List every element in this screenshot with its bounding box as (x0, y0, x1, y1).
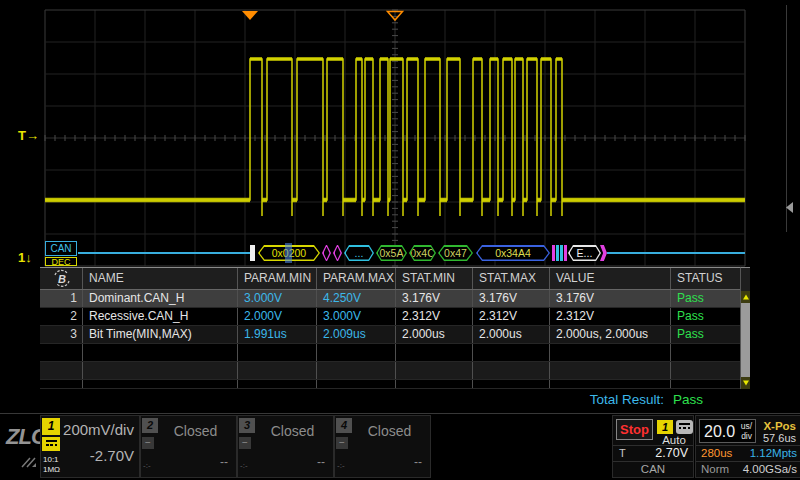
divider (696, 461, 800, 462)
table-icon-cell[interactable]: B (40, 268, 83, 289)
trigger-bus-type[interactable]: CAN (613, 463, 693, 475)
table-header-cell[interactable]: NAME (83, 268, 238, 289)
decode-field-value (324, 247, 330, 260)
table-header-row: B NAMEPARAM.MINPARAM.MAXSTAT.MINSTAT.MAX… (40, 268, 750, 290)
table-cell-empty (83, 362, 238, 379)
channel-4-badge: 4 (336, 418, 352, 433)
serial-bus-icon: B (51, 269, 73, 289)
table-cell-empty (317, 344, 396, 361)
timebase-scale-box[interactable]: 20.0 us/ div (699, 419, 756, 443)
down-arrow-icon (743, 381, 749, 386)
channel-1-box[interactable]: 1 10:1 1MΩ 200mV/div -2.70V (40, 415, 140, 478)
channel-2-badge: 2 (142, 418, 158, 433)
timebase-box[interactable]: 20.0 us/ div X-Pos 57.6us 280us 1.12Mpts… (695, 415, 800, 478)
decode-field-value: 0x4C (411, 247, 435, 260)
protocol-decode-row: 0x0200...0x5A0x4C0x470x34A4E... (0, 0, 800, 270)
acquire-window: 280us (701, 447, 732, 459)
table-empty-row (40, 380, 750, 389)
timebase-unit-bottom: div (741, 431, 752, 441)
channel-2-coupling-off-icon: − (142, 437, 154, 449)
table-cell-empty (473, 380, 550, 388)
dc-coupling-icon (42, 437, 60, 451)
table-cell-empty (550, 344, 671, 361)
table-empty-row (40, 362, 750, 380)
channel-4-coupling-off-icon: − (336, 437, 348, 449)
table-cell-name: Recessive.CAN_H (83, 308, 238, 325)
table-cell-empty (238, 380, 317, 388)
table-cell-empty (473, 344, 550, 361)
scrollbar-header-spacer (741, 268, 750, 291)
decode-frame-field (322, 245, 331, 261)
timebase-scale-value: 20.0 (704, 423, 735, 441)
trigger-coupling-dc-icon (676, 420, 693, 434)
trigger-level-value[interactable]: 2.70V (655, 446, 688, 460)
can-eof-field: E... (568, 245, 601, 261)
table-cell-empty (550, 380, 671, 388)
decode-field-value: 0x5A (378, 247, 406, 260)
can-data-byte: 0x47 (438, 245, 473, 261)
table-cell-empty (396, 344, 473, 361)
can-sof-marker (250, 245, 255, 261)
channel-2-box[interactable]: 2 − Closed -- -:- (140, 415, 237, 478)
trigger-status-box[interactable]: Stop 1 Auto T 2.70V CAN (612, 415, 694, 478)
channel-4-offset-dash: -- (414, 455, 422, 469)
trigger-source-badge: 1 (657, 420, 673, 434)
table-cell-stat_max: 2.312V (473, 308, 550, 325)
table-header-cell[interactable]: STATUS (671, 268, 740, 289)
decode-field-value: ... (346, 247, 373, 260)
table-cell-stat_max: 3.176V (473, 290, 550, 307)
trigger-level-t-label: T (619, 447, 626, 459)
probe-hatch-icon (20, 454, 42, 470)
channel-2-state: Closed (159, 423, 232, 439)
table-header-cell[interactable]: VALUE (550, 268, 671, 289)
decode-field-value (335, 247, 341, 260)
table-cell-param_max: 4.250V (317, 290, 396, 307)
scroll-down-button[interactable] (741, 377, 750, 389)
table-cell-empty (396, 380, 473, 388)
acquire-mode[interactable]: Norm (701, 463, 729, 475)
decode-field-value: 0x34A4 (478, 247, 549, 260)
table-cell-status: Pass (671, 326, 740, 343)
table-cell-empty (317, 380, 396, 388)
channel-3-offset-dash: -- (317, 455, 325, 469)
table-header-cell[interactable]: STAT.MAX (473, 268, 550, 289)
table-cell-empty (396, 362, 473, 379)
table-cell-status: Pass (671, 290, 740, 307)
table-cell-param_min: 2.000V (238, 308, 317, 325)
timebase-unit-top: us/ (741, 421, 752, 431)
table-row[interactable]: 1Dominant.CAN_H3.000V4.250V3.176V3.176V3… (40, 290, 750, 308)
channel-3-coupling-off-icon: − (239, 437, 251, 449)
table-cell-empty (671, 380, 740, 388)
table-cell-num: 3 (40, 326, 83, 343)
run-state-indicator[interactable]: Stop (616, 419, 653, 440)
table-cell-param_max: 3.000V (317, 308, 396, 325)
channel-4-box[interactable]: 4 − Closed -- -:- (334, 415, 431, 478)
table-cell-empty (671, 362, 740, 379)
up-arrow-icon (743, 295, 749, 300)
decode-idle-line (607, 252, 745, 254)
table-header-cell[interactable]: PARAM.MAX (317, 268, 396, 289)
table-cell-num: 1 (40, 290, 83, 307)
divider (696, 445, 800, 446)
scroll-up-button[interactable] (741, 291, 750, 303)
scrollbar-track[interactable] (741, 303, 750, 377)
table-header-cell[interactable]: STAT.MIN (396, 268, 473, 289)
table-cell-empty (83, 380, 238, 388)
channel-2-probe-dash: -:- (143, 461, 151, 470)
table-header-cell[interactable]: PARAM.MIN (238, 268, 317, 289)
table-row[interactable]: 3Bit Time(MIN,MAX)1.991us2.009us2.000us2… (40, 326, 750, 344)
table-cell-stat_min: 2.000us (396, 326, 473, 343)
table-cell-empty (238, 362, 317, 379)
decode-field-value: E... (570, 247, 600, 260)
channel-1-scale: 200mV/div (61, 421, 136, 438)
table-scrollbar[interactable] (740, 267, 750, 389)
table-cell-empty (317, 362, 396, 379)
total-result-label: Total Result: (590, 392, 664, 407)
table-cell-num: 2 (40, 308, 83, 325)
xpos-value[interactable]: 57.6us (758, 432, 796, 444)
channel-3-box[interactable]: 3 − Closed -- -:- (237, 415, 334, 478)
sample-rate: 4.00GSa/s (743, 463, 797, 475)
table-row[interactable]: 2Recessive.CAN_H2.000V3.000V2.312V2.312V… (40, 308, 750, 326)
table-cell-empty (83, 344, 238, 361)
table-cell-param_min: 1.991us (238, 326, 317, 343)
